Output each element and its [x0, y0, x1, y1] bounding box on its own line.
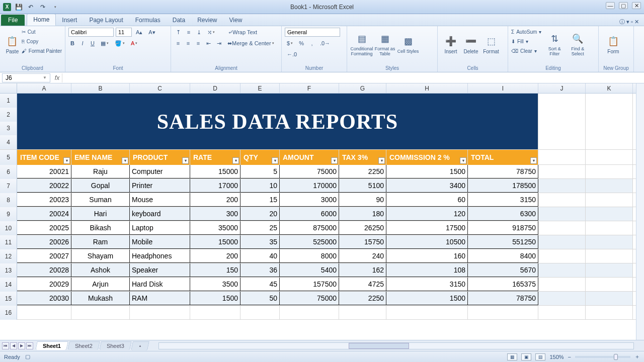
- data-cell[interactable]: Laptop: [130, 221, 190, 235]
- data-cell[interactable]: 2250: [339, 292, 386, 305]
- data-cell[interactable]: Speaker: [130, 263, 190, 277]
- data-cell[interactable]: 90: [339, 193, 386, 207]
- data-cell[interactable]: 3150: [468, 193, 538, 207]
- data-cell[interactable]: 4725: [339, 278, 386, 291]
- increase-decimal-icon[interactable]: .0→: [318, 39, 332, 48]
- data-cell[interactable]: 1500: [190, 292, 240, 305]
- data-cell[interactable]: Hari: [71, 207, 130, 221]
- data-cell[interactable]: 918750: [468, 221, 538, 235]
- row-header[interactable]: 11: [0, 235, 17, 249]
- decrease-decimal-icon[interactable]: ←.0: [285, 50, 299, 59]
- italic-button[interactable]: I: [78, 39, 87, 48]
- sort-filter-button[interactable]: ⇅Sort & Filter: [544, 28, 565, 61]
- cell[interactable]: [538, 193, 586, 207]
- data-cell[interactable]: 5: [240, 165, 280, 178]
- page-break-view-icon[interactable]: ▤: [535, 353, 545, 360]
- row-header[interactable]: 7: [0, 179, 17, 193]
- fill-color-button[interactable]: 🪣: [113, 39, 127, 48]
- font-family-select[interactable]: [68, 28, 114, 37]
- data-cell[interactable]: 20021: [17, 165, 71, 178]
- cell[interactable]: [586, 306, 633, 319]
- filter-dropdown-icon[interactable]: ▾: [63, 157, 70, 164]
- horizontal-scrollbar[interactable]: [158, 342, 634, 349]
- data-cell[interactable]: Mouse: [130, 193, 190, 207]
- conditional-formatting-button[interactable]: ▤Conditional Formatting: [350, 28, 373, 61]
- align-right-icon[interactable]: ≡: [194, 39, 202, 48]
- data-cell[interactable]: 165375: [468, 278, 538, 291]
- table-header-cell[interactable]: AMOUNT▾: [280, 150, 339, 165]
- format-cells-button[interactable]: ⬚Format: [481, 28, 501, 61]
- table-header-cell[interactable]: TAX 3%▾: [339, 150, 386, 165]
- comma-icon[interactable]: ,: [308, 39, 316, 48]
- macro-record-icon[interactable]: ▢: [25, 353, 30, 360]
- zoom-in-icon[interactable]: ＋: [634, 353, 640, 360]
- data-cell[interactable]: 60: [386, 193, 468, 207]
- data-cell[interactable]: 20023: [17, 193, 71, 207]
- filter-dropdown-icon[interactable]: ▾: [232, 157, 239, 164]
- percent-icon[interactable]: %: [297, 39, 306, 48]
- column-header-D[interactable]: D: [190, 83, 240, 93]
- data-cell[interactable]: 5400: [280, 263, 339, 277]
- data-cell[interactable]: Ram: [71, 235, 130, 249]
- bold-button[interactable]: B: [68, 39, 76, 48]
- filter-dropdown-icon[interactable]: ▾: [460, 157, 466, 164]
- data-cell[interactable]: 200: [190, 249, 240, 263]
- cell[interactable]: [586, 221, 633, 235]
- format-painter-button[interactable]: 🖌 Format Painter: [22, 47, 62, 55]
- fx-icon[interactable]: fx: [52, 73, 62, 82]
- data-cell[interactable]: 170000: [280, 179, 339, 193]
- data-cell[interactable]: Raju: [71, 165, 130, 178]
- row-header[interactable]: 5: [0, 150, 17, 165]
- currency-icon[interactable]: $: [285, 39, 295, 48]
- table-header-cell[interactable]: QTY▾: [240, 150, 280, 165]
- row-header[interactable]: 12: [0, 249, 17, 263]
- data-cell[interactable]: 40: [240, 249, 280, 263]
- data-cell[interactable]: 2250: [339, 165, 386, 178]
- data-cell[interactable]: 10: [240, 179, 280, 193]
- row-header[interactable]: 8: [0, 193, 17, 207]
- number-format-select[interactable]: [285, 28, 340, 37]
- data-cell[interactable]: 108: [386, 263, 468, 277]
- cell[interactable]: [538, 179, 586, 193]
- tab-data[interactable]: Data: [167, 15, 191, 26]
- data-cell[interactable]: 20025: [17, 221, 71, 235]
- data-cell[interactable]: Shayam: [71, 249, 130, 263]
- close-button[interactable]: ✕: [632, 2, 641, 9]
- data-cell[interactable]: 160: [386, 249, 468, 263]
- cell[interactable]: [538, 249, 586, 263]
- row-header[interactable]: 16: [0, 306, 17, 320]
- sheet-nav-prev-icon[interactable]: ◀: [10, 342, 17, 349]
- filter-dropdown-icon[interactable]: ▾: [122, 157, 128, 164]
- copy-button[interactable]: ⎘ Copy: [22, 37, 62, 46]
- row-header[interactable]: 15: [0, 292, 17, 306]
- data-cell[interactable]: 240: [339, 249, 386, 263]
- row-header[interactable]: 14: [0, 278, 17, 292]
- data-cell[interactable]: 8400: [468, 249, 538, 263]
- cell[interactable]: [538, 278, 586, 291]
- cell[interactable]: [538, 221, 586, 235]
- data-cell[interactable]: 1500: [386, 292, 468, 305]
- cell[interactable]: [586, 193, 633, 207]
- cell[interactable]: [586, 249, 633, 263]
- tab-view[interactable]: View: [223, 15, 249, 26]
- data-cell[interactable]: Suman: [71, 193, 130, 207]
- table-header-cell[interactable]: ITEM CODE▾: [17, 150, 71, 165]
- data-cell[interactable]: Bikash: [71, 221, 130, 235]
- underline-button[interactable]: U: [89, 39, 97, 48]
- table-header-cell[interactable]: COMMISSION 2 %▾: [386, 150, 468, 165]
- cell[interactable]: [386, 306, 468, 319]
- cell[interactable]: [538, 94, 586, 149]
- vertical-scrollbar[interactable]: [636, 83, 644, 340]
- cell[interactable]: [586, 179, 633, 193]
- data-cell[interactable]: 120: [386, 207, 468, 221]
- minimize-button[interactable]: —: [606, 2, 615, 9]
- cell[interactable]: [130, 306, 190, 319]
- tab-home[interactable]: Home: [27, 14, 56, 26]
- column-header-H[interactable]: H: [386, 83, 468, 93]
- cell[interactable]: [17, 306, 71, 319]
- insert-cells-button[interactable]: ➕Insert: [441, 28, 461, 61]
- data-cell[interactable]: 180: [339, 207, 386, 221]
- row-header[interactable]: 3: [0, 122, 17, 136]
- cell[interactable]: [586, 150, 633, 164]
- row-header[interactable]: 4: [0, 135, 17, 149]
